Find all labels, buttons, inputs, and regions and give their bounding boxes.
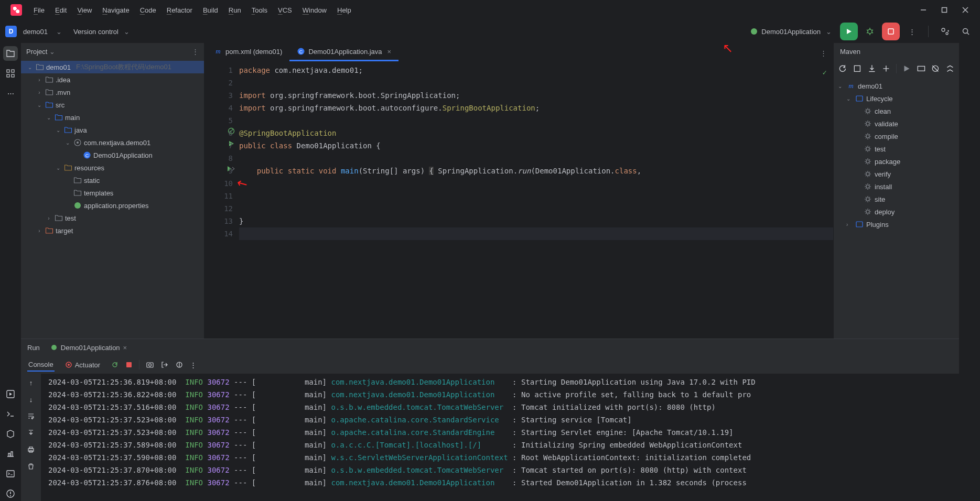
project-tool-button[interactable] — [3, 46, 18, 61]
maven-node[interactable]: deploy — [834, 205, 959, 218]
print-icon[interactable] — [25, 444, 37, 455]
maven-node[interactable]: ⌄Lifecycle — [834, 92, 959, 105]
soft-wrap-icon[interactable] — [25, 410, 37, 422]
maven-node[interactable]: install — [834, 180, 959, 193]
code-editor[interactable]: 1234567891011121314 package com.nextjava… — [204, 62, 833, 339]
menu-navigate[interactable]: Navigate — [97, 4, 134, 16]
run-button[interactable] — [840, 23, 858, 40]
tree-node[interactable]: ⌄demo01F:\SpringBoot教程代码\demo01 — [21, 61, 204, 73]
actuator-tab[interactable]: Actuator — [64, 359, 101, 371]
terminal-alt-button[interactable] — [3, 466, 18, 481]
version-control-label[interactable]: Version control — [73, 28, 119, 36]
project-tree[interactable]: ⌄demo01F:\SpringBoot教程代码\demo01›.idea›.m… — [21, 60, 204, 339]
maven-node[interactable]: test — [834, 143, 959, 155]
console-tab[interactable]: Console — [27, 358, 55, 372]
tree-node[interactable]: application.properties — [21, 199, 204, 212]
menu-code[interactable]: Code — [135, 4, 161, 16]
more-icon[interactable]: ⋮ — [192, 48, 199, 56]
tree-node[interactable]: ⌄main — [21, 111, 204, 124]
problems-tool-button[interactable] — [3, 486, 18, 501]
maven-node[interactable]: validate — [834, 117, 959, 130]
tree-node[interactable]: ⌄java — [21, 124, 204, 136]
maven-node[interactable]: ⌄mdemo01 — [834, 80, 959, 92]
maven-node[interactable]: clean — [834, 105, 959, 117]
chevron-down-icon[interactable]: ⌄ — [49, 48, 55, 56]
more-actions-button[interactable]: ⋮ — [903, 23, 921, 40]
menu-file[interactable]: File — [28, 4, 50, 16]
exit-icon[interactable] — [160, 361, 169, 369]
download-icon[interactable] — [867, 64, 877, 73]
menu-help[interactable]: Help — [332, 4, 357, 16]
menu-window[interactable]: Window — [297, 4, 332, 16]
menu-vcs[interactable]: VCS — [273, 4, 297, 16]
menu-refactor[interactable]: Refactor — [161, 4, 198, 16]
toggle-offline-icon[interactable] — [931, 64, 940, 73]
run-maven-icon[interactable] — [902, 64, 911, 73]
collapse-all-icon[interactable] — [945, 64, 955, 73]
tree-node[interactable]: ›test — [21, 212, 204, 224]
tab-menu-icon[interactable]: ⋮ — [814, 45, 833, 61]
console-output[interactable]: 2024-03-05T21:25:36.819+08:00 INFO 30672… — [41, 374, 959, 501]
project-name[interactable]: demo01 — [20, 28, 51, 36]
stop-icon[interactable] — [125, 361, 133, 368]
close-icon[interactable]: × — [123, 344, 127, 352]
svg-point-48 — [866, 147, 869, 150]
run-configuration-selector[interactable]: Demo01Application ⌄ — [745, 25, 837, 38]
clear-icon[interactable] — [25, 461, 37, 472]
code-with-me-button[interactable] — [936, 23, 954, 40]
maximize-button[interactable] — [934, 0, 955, 20]
menu-run[interactable]: Run — [223, 4, 246, 16]
run-tool-button[interactable] — [3, 387, 18, 401]
scroll-down-icon[interactable]: ↓ — [25, 394, 37, 405]
tree-node[interactable]: ⌄src — [21, 99, 204, 111]
svg-rect-39 — [854, 66, 860, 71]
search-everywhere-button[interactable] — [957, 23, 975, 40]
menu-build[interactable]: Build — [198, 4, 223, 16]
more-tools-button[interactable]: ⋯ — [3, 86, 18, 101]
terminal-tool-button[interactable] — [3, 407, 18, 421]
generate-sources-icon[interactable] — [853, 64, 862, 73]
close-icon[interactable]: × — [387, 48, 392, 56]
editor-area: mpom.xml (demo01)CDemo01Application.java… — [204, 43, 833, 339]
menu-tools[interactable]: Tools — [246, 4, 273, 16]
layout-icon[interactable] — [175, 361, 184, 369]
svg-rect-19 — [7, 70, 9, 72]
debug-button[interactable] — [861, 23, 879, 40]
inspection-ok-icon[interactable]: ✓ — [823, 66, 827, 79]
editor-tab[interactable]: CDemo01Application.java× — [289, 43, 399, 61]
scroll-up-icon[interactable]: ↑ — [25, 377, 37, 388]
stop-button[interactable] — [882, 23, 900, 40]
services-tool-button[interactable] — [3, 427, 18, 441]
maven-node[interactable]: package — [834, 155, 959, 168]
maven-node[interactable]: ›Plugins — [834, 218, 959, 231]
svg-rect-22 — [12, 74, 14, 77]
maven-node[interactable]: verify — [834, 168, 959, 180]
maven-node[interactable]: compile — [834, 130, 959, 143]
reload-icon[interactable] — [838, 64, 847, 73]
scroll-to-end-icon[interactable] — [25, 427, 37, 439]
close-window-button[interactable] — [955, 0, 976, 20]
tree-node[interactable]: ⌄resources — [21, 161, 204, 174]
maven-node[interactable]: site — [834, 193, 959, 205]
tree-node[interactable]: ›.mvn — [21, 86, 204, 99]
maven-tree[interactable]: ⌄mdemo01⌄Lifecyclecleanvalidatecompilete… — [834, 78, 959, 339]
menu-edit[interactable]: Edit — [50, 4, 72, 16]
build-tool-button[interactable] — [3, 446, 18, 461]
tree-node[interactable]: ›target — [21, 224, 204, 237]
editor-tab[interactable]: mpom.xml (demo01) — [207, 43, 289, 61]
tree-node[interactable]: templates — [21, 187, 204, 199]
tree-node[interactable]: CDemo01Application — [21, 149, 204, 161]
structure-tool-button[interactable] — [3, 66, 18, 81]
screenshot-icon[interactable] — [146, 361, 154, 369]
execute-goal-icon[interactable] — [917, 64, 926, 73]
run-config-tab[interactable]: Demo01Application × — [46, 342, 131, 353]
maven-icon: m — [214, 47, 222, 56]
tree-node[interactable]: static — [21, 174, 204, 187]
rerun-icon[interactable] — [111, 361, 119, 369]
tree-node[interactable]: ›.idea — [21, 73, 204, 86]
more-icon[interactable]: ⋮ — [190, 361, 197, 369]
add-icon[interactable] — [881, 64, 891, 73]
tree-node[interactable]: ⌄com.nextjava.demo01 — [21, 136, 204, 149]
minimize-button[interactable] — [913, 0, 934, 20]
menu-view[interactable]: View — [72, 4, 97, 16]
